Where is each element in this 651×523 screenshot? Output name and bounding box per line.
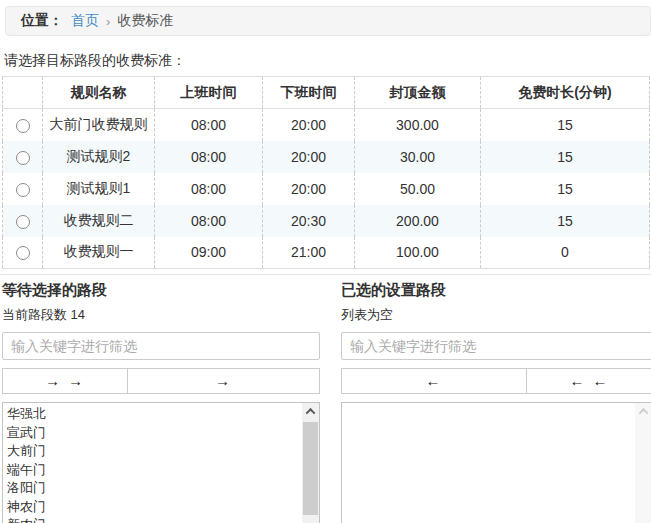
rule-radio[interactable] (16, 183, 30, 197)
waiting-roads-list-items: 华强北宣武门大前门端午门洛阳门神农门新农门 (3, 403, 302, 523)
road-list-item[interactable]: 大前门 (3, 442, 302, 461)
cap-amount: 300.00 (355, 109, 481, 141)
start-time: 09:00 (155, 237, 263, 269)
end-time: 21:00 (263, 237, 355, 269)
radio-column-header (3, 77, 43, 109)
column-header: 下班时间 (263, 77, 355, 109)
table-caption: 请选择目标路段的收费标准： (4, 52, 651, 70)
rule-radio[interactable] (16, 151, 30, 165)
waiting-filter-input[interactable] (2, 332, 320, 360)
rules-table-body: 大前门收费规则08:0020:00300.0015测试规则208:0020:00… (3, 109, 650, 269)
column-header: 免费时长(分钟) (481, 77, 650, 109)
column-header: 封顶金额 (355, 77, 481, 109)
move-left-buttons: ← ← ← (341, 368, 651, 394)
rule-name: 大前门收费规则 (43, 109, 155, 141)
charging-rules-table: 规则名称上班时间下班时间封顶金额免费时长(分钟) 大前门收费规则08:0020:… (2, 76, 650, 269)
waiting-roads-count: 当前路段数 14 (2, 306, 320, 324)
cap-amount: 200.00 (355, 205, 481, 237)
cap-amount: 100.00 (355, 237, 481, 269)
road-list-item[interactable]: 洛阳门 (3, 479, 302, 498)
selected-roads-panel: 已选的设置路段 列表为空 ← ← ← (341, 281, 651, 523)
road-list-item[interactable]: 新农门 (3, 516, 302, 523)
rule-radio[interactable] (16, 119, 30, 133)
waiting-roads-title: 等待选择的路段 (2, 281, 320, 300)
move-right-buttons: → → → (2, 368, 320, 394)
road-transfer-panels: 等待选择的路段 当前路段数 14 → → → 华强北宣武门大前门端午门洛阳门神农… (2, 281, 651, 523)
rules-table-header-row: 规则名称上班时间下班时间封顶金额免费时长(分钟) (3, 77, 650, 109)
road-list-item[interactable]: 宣武门 (3, 424, 302, 443)
selected-roads-empty-text: 列表为空 (341, 306, 651, 324)
move-left-button[interactable]: ← (341, 368, 527, 394)
rule-name: 收费规则一 (43, 237, 155, 269)
breadcrumb-separator: › (106, 14, 110, 29)
move-all-right-button[interactable]: → → (2, 368, 128, 394)
waiting-roads-listbox: 华强北宣武门大前门端午门洛阳门神农门新农门 (2, 402, 320, 523)
breadcrumb-home-link[interactable]: 首页 (71, 12, 99, 30)
end-time: 20:00 (263, 173, 355, 205)
rule-radio[interactable] (16, 246, 30, 260)
table-row: 收费规则一09:0021:00100.000 (3, 237, 650, 269)
free-minutes: 15 (481, 173, 650, 205)
waiting-roads-panel: 等待选择的路段 当前路段数 14 → → → 华强北宣武门大前门端午门洛阳门神农… (2, 281, 320, 523)
end-time: 20:00 (263, 109, 355, 141)
radio-cell (3, 141, 43, 173)
free-minutes: 15 (481, 205, 650, 237)
column-header: 上班时间 (155, 77, 263, 109)
table-row: 测试规则208:0020:0030.0015 (3, 141, 650, 173)
end-time: 20:00 (263, 141, 355, 173)
road-list-item[interactable]: 神农门 (3, 498, 302, 517)
free-minutes: 15 (481, 141, 650, 173)
table-row: 测试规则108:0020:0050.0015 (3, 173, 650, 205)
radio-cell (3, 109, 43, 141)
table-row: 收费规则二08:0020:30200.0015 (3, 205, 650, 237)
section-divider (0, 274, 651, 275)
column-header: 规则名称 (43, 77, 155, 109)
road-list-item[interactable]: 端午门 (3, 461, 302, 480)
free-minutes: 15 (481, 109, 650, 141)
selected-roads-listbox (341, 402, 651, 523)
road-list-item[interactable]: 华强北 (3, 405, 302, 424)
rule-name: 收费规则二 (43, 205, 155, 237)
scrollbar-thumb[interactable] (303, 422, 318, 515)
end-time: 20:30 (263, 205, 355, 237)
rule-name: 测试规则2 (43, 141, 155, 173)
selected-roads-title: 已选的设置路段 (341, 281, 651, 300)
start-time: 08:00 (155, 141, 263, 173)
rule-name: 测试规则1 (43, 173, 155, 205)
radio-cell (3, 237, 43, 269)
start-time: 08:00 (155, 109, 263, 141)
start-time: 08:00 (155, 205, 263, 237)
breadcrumb: 位置： 首页 › 收费标准 (5, 6, 651, 36)
selected-list-scrollbar[interactable] (635, 403, 651, 523)
rule-radio[interactable] (16, 215, 30, 229)
start-time: 08:00 (155, 173, 263, 205)
radio-cell (3, 173, 43, 205)
cap-amount: 50.00 (355, 173, 481, 205)
move-right-button[interactable]: → (128, 368, 320, 394)
selected-filter-input[interactable] (341, 332, 651, 360)
breadcrumb-current: 收费标准 (117, 12, 173, 30)
move-all-left-button[interactable]: ← ← (527, 368, 651, 394)
free-minutes: 0 (481, 237, 650, 269)
selected-roads-list-items (342, 403, 635, 405)
radio-cell (3, 205, 43, 237)
waiting-list-scrollbar[interactable] (302, 403, 319, 523)
scroll-up-arrow-icon[interactable] (302, 403, 319, 420)
cap-amount: 30.00 (355, 141, 481, 173)
breadcrumb-label: 位置： (21, 12, 63, 30)
table-row: 大前门收费规则08:0020:00300.0015 (3, 109, 650, 141)
scroll-up-arrow-icon-disabled (635, 403, 651, 420)
